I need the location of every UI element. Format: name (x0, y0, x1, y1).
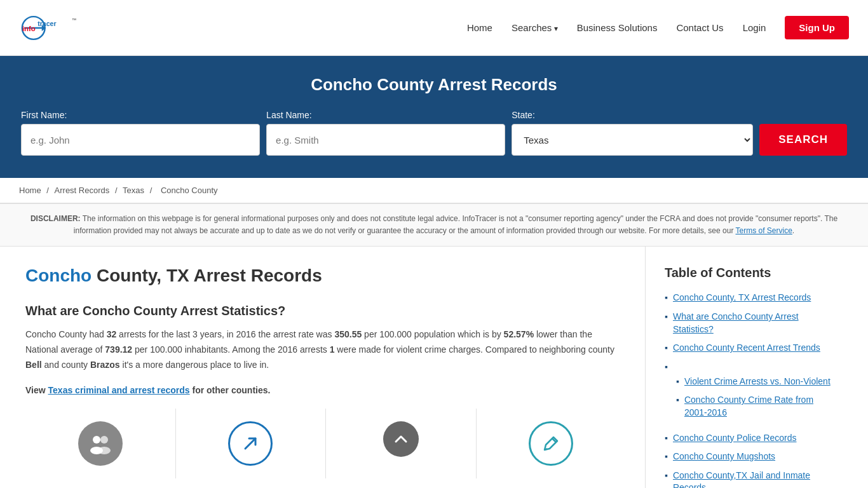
toc-sublink-2[interactable]: Concho County Crime Rate from 2001-2016 (684, 394, 836, 419)
icon-block-people (25, 409, 176, 478)
svg-text:™: ™ (72, 17, 76, 23)
stats-end: were made for violent crime charges. Com… (334, 344, 614, 355)
svg-point-6 (93, 436, 100, 444)
stats-heading: What are Concho County Arrest Statistics… (25, 304, 626, 318)
logo[interactable]: info tracer ™ (19, 9, 102, 47)
toc-item-sub-group: Violent Crime Arrests vs. Non-Violent Co… (665, 361, 836, 426)
table-of-contents: Table of Contents Concho County, TX Arre… (646, 247, 849, 488)
icon-block-scrolltop[interactable] (326, 409, 477, 478)
breadcrumb-sep-2: / (115, 186, 119, 195)
main-content: Concho County, TX Arrest Records What ar… (0, 247, 868, 488)
heading-rest: County, TX Arrest Records (92, 266, 322, 285)
breadcrumb-arrest-records[interactable]: Arrest Records (55, 186, 110, 195)
view-line: View Texas criminal and arrest records f… (25, 383, 626, 398)
state-select[interactable]: Texas (512, 124, 753, 156)
site-header: info tracer ™ Home Searches Business Sol… (0, 0, 868, 56)
stats-last: it's a more dangerous place to live in. (120, 360, 269, 370)
disclaimer-text: The information on this webpage is for g… (74, 214, 837, 235)
article-heading: Concho County, TX Arrest Records (25, 266, 626, 286)
first-name-group: First Name: (21, 110, 260, 156)
stats-mid4: per 100.000 inhabitants. Among the 2016 … (132, 344, 330, 355)
toc-title: Table of Contents (665, 266, 836, 280)
toc-item-1: Concho County, TX Arrest Records (665, 292, 836, 304)
article: Concho County, TX Arrest Records What ar… (19, 247, 646, 488)
toc-item-2: What are Concho County Arrest Statistics… (665, 311, 836, 336)
first-name-label: First Name: (21, 110, 260, 120)
heading-highlight: Concho (25, 266, 92, 285)
toc-item-6: Concho County,TX Jail and Inmate Records (665, 470, 836, 488)
people-icon (78, 421, 123, 466)
arrow-up-icon (228, 421, 273, 466)
disclaimer-label: DISCLAIMER: (31, 214, 81, 223)
nav-login[interactable]: Login (743, 22, 766, 33)
tos-link[interactable]: Terms of Service (736, 226, 792, 235)
svg-text:tracer: tracer (37, 19, 56, 27)
breadcrumb-sep-3: / (150, 186, 154, 195)
svg-text:info: info (22, 24, 36, 32)
pencil-icon (529, 421, 573, 466)
search-form: First Name: Last Name: State: Texas SEAR… (21, 110, 847, 156)
last-name-input[interactable] (266, 124, 505, 156)
breadcrumb-texas[interactable]: Texas (123, 186, 144, 195)
toc-item-4: Concho County Police Records (665, 432, 836, 445)
toc-link-2[interactable]: What are Concho County Arrest Statistics… (673, 311, 836, 336)
icon-block-pencil (477, 409, 627, 478)
breadcrumb-home[interactable]: Home (19, 186, 41, 195)
stats-brazos: Brazos (90, 360, 120, 370)
toc-list: Concho County, TX Arrest Records What ar… (665, 292, 836, 488)
last-name-label: Last Name: (266, 110, 505, 120)
toc-link-5[interactable]: Concho County Mugshots (673, 451, 775, 463)
toc-link-6[interactable]: Concho County,TX Jail and Inmate Records (673, 470, 836, 488)
search-button[interactable]: SEARCH (759, 124, 847, 156)
nav-home[interactable]: Home (467, 22, 492, 33)
page-title: Concho County Arrest Records (13, 75, 855, 95)
view-post: for other counties. (190, 385, 271, 395)
state-label: State: (512, 110, 753, 120)
view-pre: View (25, 385, 48, 395)
svg-point-9 (98, 447, 111, 454)
disclaimer-bar: DISCLAIMER: The information on this webp… (0, 203, 868, 247)
stats-arrests: 32 (107, 329, 117, 339)
scroll-top-button[interactable] (383, 421, 419, 457)
nav-business-solutions[interactable]: Business Solutions (577, 22, 658, 33)
toc-item-5: Concho County Mugshots (665, 451, 836, 463)
icons-row (25, 409, 626, 478)
toc-subitem-2: Concho County Crime Rate from 2001-2016 (676, 394, 836, 419)
stats-paragraph: Concho County had 32 arrests for the las… (25, 327, 626, 372)
toc-sublink-1[interactable]: Violent Crime Arrests vs. Non-Violent (684, 376, 831, 388)
nav-searches[interactable]: Searches (512, 22, 558, 33)
toc-subitem-1: Violent Crime Arrests vs. Non-Violent (676, 376, 836, 388)
toc-link-3[interactable]: Concho County Recent Arrest Trends (673, 342, 820, 355)
last-name-group: Last Name: (266, 110, 505, 156)
stats-mid5: and county (42, 360, 90, 370)
nav-signup-button[interactable]: Sign Up (785, 16, 849, 39)
stats-mid2: per 100.000 population which is by (362, 329, 503, 339)
svg-line-10 (245, 438, 255, 449)
stats-mid1: arrests for the last 3 years, in 2016 th… (116, 329, 334, 339)
breadcrumb-concho-county: Concho County (161, 186, 218, 195)
stats-pre: Concho County had (25, 329, 107, 339)
stats-lower: 52.57% (504, 329, 534, 339)
nav-contact-us[interactable]: Contact Us (676, 22, 723, 33)
hero-search-section: Concho County Arrest Records First Name:… (0, 56, 868, 178)
stats-bell: Bell (25, 360, 42, 370)
texas-records-link[interactable]: Texas criminal and arrest records (48, 385, 190, 395)
toc-link-4[interactable]: Concho County Police Records (673, 432, 797, 445)
svg-point-7 (100, 436, 108, 444)
state-group: State: Texas (512, 110, 753, 156)
toc-item-3: Concho County Recent Arrest Trends (665, 342, 836, 355)
stats-rate: 350.55 (334, 329, 362, 339)
icon-block-arrow (176, 409, 327, 478)
breadcrumb: Home / Arrest Records / Texas / Concho C… (0, 178, 868, 203)
toc-link-1[interactable]: Concho County, TX Arrest Records (673, 292, 811, 304)
main-nav: Home Searches Business Solutions Contact… (467, 16, 849, 39)
toc-sublist: Violent Crime Arrests vs. Non-Violent Co… (665, 376, 836, 426)
disclaimer-period: . (792, 226, 794, 235)
stats-national: 739.12 (105, 344, 132, 355)
breadcrumb-sep-1: / (46, 186, 51, 195)
first-name-input[interactable] (21, 124, 260, 156)
